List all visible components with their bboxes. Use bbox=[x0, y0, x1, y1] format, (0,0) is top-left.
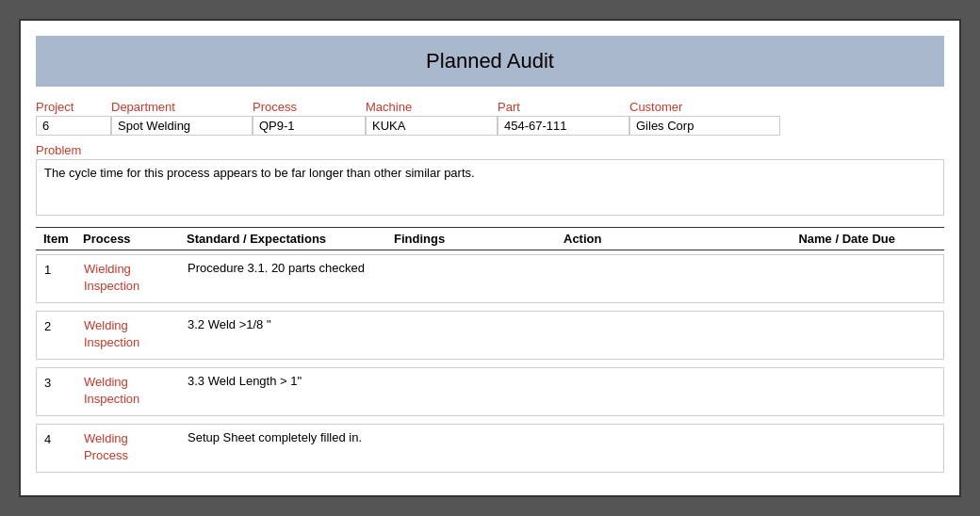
header-namedate: Name / Date Due bbox=[714, 232, 903, 246]
table-rows: 1 WieldingInspection Procedure 3.1. 20 p… bbox=[36, 254, 944, 473]
process-value: QP9-1 bbox=[253, 116, 366, 136]
problem-label: Problem bbox=[36, 143, 944, 157]
header-process: Process bbox=[83, 232, 187, 246]
row-item-1: 2 bbox=[37, 317, 84, 333]
header-standard: Standard / Expectations bbox=[187, 232, 394, 246]
row-item-2: 3 bbox=[37, 374, 84, 390]
table-row: 2 WeldingInspection 3.2 Weld >1/8 " bbox=[36, 311, 944, 360]
row-item-0: 1 bbox=[37, 261, 84, 277]
machine-value: KUKA bbox=[366, 116, 498, 136]
header-action: Action bbox=[564, 232, 714, 246]
row-standard-0: Procedure 3.1. 20 parts checked bbox=[188, 261, 395, 275]
header-findings: Findings bbox=[394, 232, 564, 246]
page-title: Planned Audit bbox=[36, 36, 944, 87]
department-value: Spot Welding bbox=[111, 116, 253, 136]
process-label: Process bbox=[253, 100, 366, 114]
table-row: 1 WieldingInspection Procedure 3.1. 20 p… bbox=[36, 254, 944, 303]
info-values-row: 6 Spot Welding QP9-1 KUKA 454-67-111 Gil… bbox=[36, 116, 944, 136]
row-item-3: 4 bbox=[37, 430, 84, 446]
problem-text: The cycle time for this process appears … bbox=[36, 159, 944, 216]
row-standard-2: 3.3 Weld Length > 1" bbox=[188, 374, 395, 388]
part-label: Part bbox=[498, 100, 629, 114]
department-label: Department bbox=[111, 100, 253, 114]
machine-label: Machine bbox=[366, 100, 498, 114]
info-section: Project Department Process Machine Part … bbox=[36, 100, 944, 136]
table-header: Item Process Standard / Expectations Fin… bbox=[36, 227, 944, 250]
table-row: 4 WeldingProcess Setup Sheet completely … bbox=[36, 424, 944, 473]
row-process-0: WieldingInspection bbox=[84, 261, 188, 295]
project-value: 6 bbox=[36, 116, 111, 136]
row-standard-3: Setup Sheet completely filled in. bbox=[188, 430, 395, 444]
header-item: Item bbox=[36, 232, 83, 246]
row-process-3: WeldingProcess bbox=[84, 430, 188, 464]
customer-label: Customer bbox=[629, 100, 771, 114]
row-standard-1: 3.2 Weld >1/8 " bbox=[188, 317, 395, 331]
project-label: Project bbox=[36, 100, 111, 114]
row-process-1: WeldingInspection bbox=[84, 317, 188, 351]
page-container: Planned Audit Project Department Process… bbox=[19, 19, 961, 497]
row-process-2: WeldingInspection bbox=[84, 374, 188, 408]
table-row: 3 WeldingInspection 3.3 Weld Length > 1" bbox=[36, 367, 944, 416]
customer-value: Giles Corp bbox=[629, 116, 780, 136]
info-labels-row: Project Department Process Machine Part … bbox=[36, 100, 944, 114]
part-value: 454-67-111 bbox=[498, 116, 629, 136]
